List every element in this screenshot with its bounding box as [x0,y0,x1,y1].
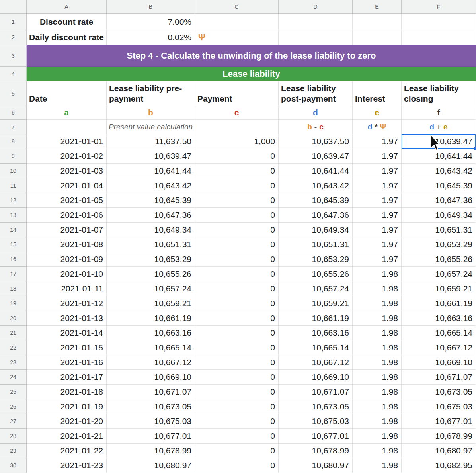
cell-F6[interactable]: f [402,106,476,120]
cell-F23[interactable]: 10,669.10 [402,355,476,370]
cell-E23[interactable]: 1.98 [353,355,402,370]
cell-B25[interactable]: 10,671.07 [107,385,195,399]
cell-F13[interactable]: 10,649.34 [402,208,476,223]
cell-A17[interactable]: 2021-01-10 [27,267,107,281]
row-header-10[interactable]: 10 [0,164,27,178]
cell-B21[interactable]: 10,663.16 [107,326,195,340]
step-banner[interactable]: Step 4 - Calculate the unwinding of the … [27,45,476,67]
cell-B15[interactable]: 10,651.31 [107,237,195,252]
cell-C16[interactable]: 0 [195,252,279,267]
row-header-19[interactable]: 19 [0,296,27,311]
cell-E30[interactable]: 1.98 [353,458,402,473]
cell-F27[interactable]: 10,677.01 [402,414,476,429]
column-header-F[interactable]: F [402,0,476,14]
cell-C9[interactable]: 0 [195,149,279,164]
cell-B28[interactable]: 10,677.01 [107,429,195,444]
cell-D29[interactable]: 10,678.99 [279,444,353,458]
cell-A11[interactable]: 2021-01-04 [27,178,107,193]
cell-B7[interactable]: Present value calculation [107,120,195,134]
cell-F28[interactable]: 10,678.99 [402,429,476,444]
cell-C23[interactable]: 0 [195,355,279,370]
cell-D11[interactable]: 10,643.42 [279,178,353,193]
cell-C25[interactable]: 0 [195,385,279,399]
cell-F21[interactable]: 10,665.14 [402,326,476,340]
cell-B22[interactable]: 10,665.14 [107,340,195,355]
cell-A20[interactable]: 2021-01-13 [27,311,107,326]
row-header-24[interactable]: 24 [0,370,27,385]
cell-D7[interactable]: b - c [279,120,353,134]
cell-C20[interactable]: 0 [195,311,279,326]
cell-F2[interactable] [402,30,476,45]
cell-A23[interactable]: 2021-01-16 [27,355,107,370]
row-header-11[interactable]: 11 [0,178,27,193]
cell-D26[interactable]: 10,673.05 [279,399,353,414]
cell-A15[interactable]: 2021-01-08 [27,237,107,252]
cell-E15[interactable]: 1.97 [353,237,402,252]
cell-E29[interactable]: 1.98 [353,444,402,458]
row-header-18[interactable]: 18 [0,281,27,296]
cell-A9[interactable]: 2021-01-02 [27,149,107,164]
cell-E20[interactable]: 1.98 [353,311,402,326]
cell-A5[interactable]: Date [27,81,107,106]
cell-C1[interactable] [195,14,279,30]
cell-C24[interactable]: 0 [195,370,279,385]
cell-A1[interactable]: Discount rate [27,14,107,30]
row-header-8[interactable]: 8 [0,134,27,149]
cell-F25[interactable]: 10,673.05 [402,385,476,399]
cell-C8[interactable]: 1,000 [195,134,279,149]
cell-D18[interactable]: 10,657.24 [279,281,353,296]
cell-D13[interactable]: 10,647.36 [279,208,353,223]
cell-B1[interactable]: 7.00% [107,14,195,30]
cell-B17[interactable]: 10,655.26 [107,267,195,281]
cell-F26[interactable]: 10,675.03 [402,399,476,414]
cell-A7[interactable] [27,120,107,134]
cell-A16[interactable]: 2021-01-09 [27,252,107,267]
cell-A12[interactable]: 2021-01-05 [27,193,107,208]
cell-C15[interactable]: 0 [195,237,279,252]
cell-A22[interactable]: 2021-01-15 [27,340,107,355]
cell-B8[interactable]: 11,637.50 [107,134,195,149]
cell-B20[interactable]: 10,661.19 [107,311,195,326]
cell-E27[interactable]: 1.98 [353,414,402,429]
cell-D17[interactable]: 10,655.26 [279,267,353,281]
cell-C11[interactable]: 0 [195,178,279,193]
cell-E8[interactable]: 1.97 [353,134,402,149]
cell-F20[interactable]: 10,663.16 [402,311,476,326]
cell-C29[interactable]: 0 [195,444,279,458]
cell-F14[interactable]: 10,651.31 [402,223,476,237]
cell-E28[interactable]: 1.98 [353,429,402,444]
cell-E24[interactable]: 1.98 [353,370,402,385]
cell-B13[interactable]: 10,647.36 [107,208,195,223]
row-header-4[interactable]: 4 [0,67,27,81]
select-all-corner[interactable] [0,0,27,14]
cell-F15[interactable]: 10,653.29 [402,237,476,252]
cell-C14[interactable]: 0 [195,223,279,237]
cell-E14[interactable]: 1.97 [353,223,402,237]
cell-A29[interactable]: 2021-01-22 [27,444,107,458]
cell-C30[interactable]: 0 [195,458,279,473]
cell-D9[interactable]: 10,639.47 [279,149,353,164]
cell-A19[interactable]: 2021-01-12 [27,296,107,311]
fill-handle[interactable] [474,147,476,150]
cell-B26[interactable]: 10,673.05 [107,399,195,414]
column-header-E[interactable]: E [353,0,402,14]
cell-D20[interactable]: 10,661.19 [279,311,353,326]
cell-E7[interactable]: d * Ψ [353,120,402,134]
cell-E11[interactable]: 1.97 [353,178,402,193]
cell-D12[interactable]: 10,645.39 [279,193,353,208]
cell-B9[interactable]: 10,639.47 [107,149,195,164]
cell-A25[interactable]: 2021-01-18 [27,385,107,399]
cell-D24[interactable]: 10,669.10 [279,370,353,385]
row-header-25[interactable]: 25 [0,385,27,399]
cell-D21[interactable]: 10,663.16 [279,326,353,340]
cell-D5[interactable]: Lease liability post-payment [279,81,353,106]
cell-A30[interactable]: 2021-01-23 [27,458,107,473]
row-header-6[interactable]: 6 [0,106,27,120]
cell-F30[interactable]: 10,682.95 [402,458,476,473]
cell-C17[interactable]: 0 [195,267,279,281]
cell-A14[interactable]: 2021-01-07 [27,223,107,237]
column-header-B[interactable]: B [107,0,195,14]
cell-C28[interactable]: 0 [195,429,279,444]
cell-C19[interactable]: 0 [195,296,279,311]
cell-C26[interactable]: 0 [195,399,279,414]
